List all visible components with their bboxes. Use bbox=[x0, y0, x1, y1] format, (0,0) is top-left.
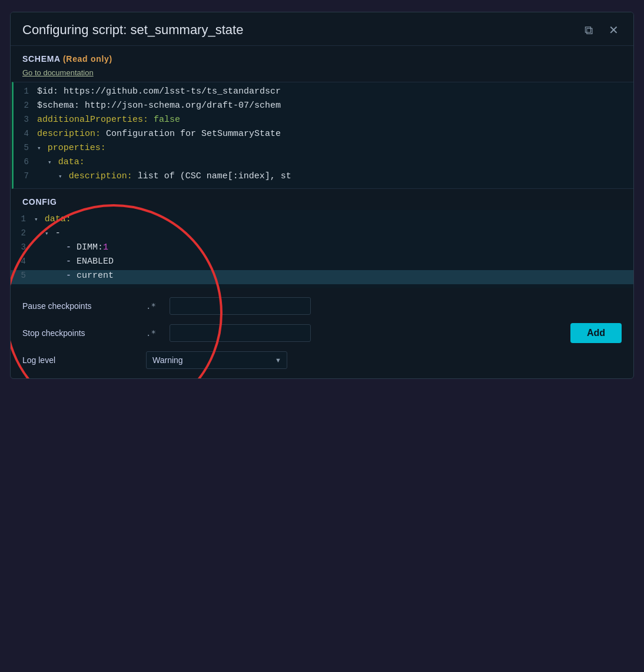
config-section: CONFIG 1 data: 2 - bbox=[11, 189, 633, 288]
stop-checkpoints-suffix: .* bbox=[146, 328, 164, 338]
config-header: CONFIG bbox=[11, 189, 633, 210]
config-line-2: 2 - bbox=[11, 228, 633, 242]
pause-checkpoints-input[interactable] bbox=[170, 297, 311, 315]
config-line-1: 1 data: bbox=[11, 214, 633, 228]
title-bar: Configuring script: set_summary_state ⧉ … bbox=[11, 12, 633, 46]
log-level-select-wrapper: Debug Info Warning Error Critical bbox=[146, 351, 287, 369]
schema-line-7: 7 description: list of (CSC name[:index]… bbox=[14, 171, 633, 185]
log-level-label: Log level bbox=[22, 355, 140, 365]
title-icons: ⧉ ✕ bbox=[580, 22, 622, 38]
schema-line-5: 5 properties: bbox=[14, 142, 633, 157]
stop-checkpoints-input[interactable] bbox=[170, 324, 311, 342]
schema-line-3: 3 additionalProperties: false bbox=[14, 114, 633, 128]
pause-checkpoints-suffix: .* bbox=[146, 301, 164, 311]
form-section: Pause checkpoints .* Stop checkpoints .*… bbox=[11, 288, 633, 378]
pause-checkpoints-row: Pause checkpoints .* bbox=[22, 297, 622, 315]
doc-link[interactable]: Go to documentation bbox=[22, 68, 94, 77]
schema-header: SCHEMA (Read only) bbox=[11, 46, 633, 67]
stop-checkpoints-label: Stop checkpoints bbox=[22, 328, 140, 338]
config-line-3: 3 - DIMM:1 bbox=[11, 242, 633, 256]
config-line-4: 4 - ENABLED bbox=[11, 256, 633, 270]
log-level-row: Log level Debug Info Warning Error Criti… bbox=[22, 351, 622, 369]
schema-line-1: 1 $id: https://github.com/lsst-ts/ts_sta… bbox=[14, 86, 633, 100]
schema-line-4: 4 description: Configuration for SetSumm… bbox=[14, 128, 633, 142]
schema-editor: 1 $id: https://github.com/lsst-ts/ts_sta… bbox=[12, 82, 633, 189]
schema-line-6: 6 data: bbox=[14, 157, 633, 171]
stop-checkpoints-row: Stop checkpoints .* Add bbox=[22, 323, 622, 343]
configure-script-dialog: Configuring script: set_summary_state ⧉ … bbox=[10, 12, 634, 379]
pause-checkpoints-label: Pause checkpoints bbox=[22, 301, 140, 311]
schema-section: SCHEMA (Read only) Go to documentation 1… bbox=[11, 46, 633, 189]
copy-icon[interactable]: ⧉ bbox=[580, 22, 597, 38]
config-line-5: 5 - current bbox=[11, 270, 633, 284]
schema-line-2: 2 $schema: http://json-schema.org/draft-… bbox=[14, 100, 633, 114]
log-level-select[interactable]: Debug Info Warning Error Critical bbox=[146, 351, 287, 369]
close-icon[interactable]: ✕ bbox=[605, 22, 622, 38]
config-editor: 1 data: 2 - 3 - DIMM:1 bbox=[11, 210, 633, 288]
add-button[interactable]: Add bbox=[570, 323, 622, 343]
dialog-title: Configuring script: set_summary_state bbox=[22, 22, 243, 38]
